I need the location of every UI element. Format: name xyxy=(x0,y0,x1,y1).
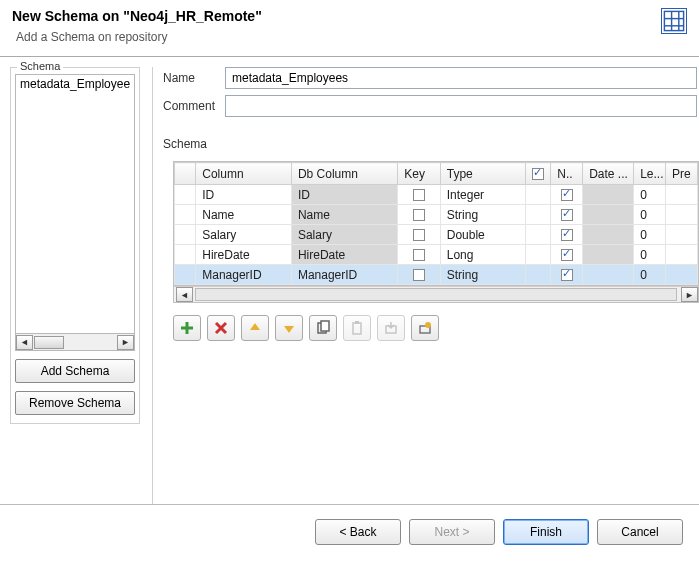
cell-pre[interactable] xyxy=(666,205,698,225)
cell-key[interactable] xyxy=(398,205,441,225)
svg-point-13 xyxy=(425,322,431,328)
cell-pre[interactable] xyxy=(666,185,698,205)
cell-type[interactable]: Integer xyxy=(440,185,525,205)
row-handle[interactable] xyxy=(175,185,196,205)
header-pre[interactable]: Pre xyxy=(666,163,698,185)
comment-input[interactable] xyxy=(225,95,697,117)
schema-list[interactable]: metadata_Employee xyxy=(15,74,135,334)
table-row[interactable]: ManagerIDManagerIDString0 xyxy=(175,265,698,285)
scroll-left-icon[interactable]: ◄ xyxy=(176,287,193,302)
add-schema-button[interactable]: Add Schema xyxy=(15,359,135,383)
checkbox-icon[interactable] xyxy=(413,269,425,281)
cell-n[interactable] xyxy=(551,185,583,205)
cell-type[interactable]: Long xyxy=(440,245,525,265)
cell-n[interactable] xyxy=(551,245,583,265)
cell-key[interactable] xyxy=(398,185,441,205)
paste-button[interactable] xyxy=(343,315,371,341)
header-column[interactable]: Column xyxy=(196,163,292,185)
checkbox-icon[interactable] xyxy=(561,269,573,281)
cell-pre[interactable] xyxy=(666,265,698,285)
scroll-right-icon[interactable]: ► xyxy=(681,287,698,302)
checkbox-icon[interactable] xyxy=(561,229,573,241)
cell-type[interactable]: Double xyxy=(440,225,525,245)
cell-le[interactable]: 0 xyxy=(634,245,666,265)
checkbox-icon[interactable] xyxy=(413,209,425,221)
header-date[interactable]: Date ... xyxy=(583,163,634,185)
row-handle[interactable] xyxy=(175,225,196,245)
cell-column[interactable]: Salary xyxy=(196,225,292,245)
table-row[interactable]: SalarySalaryDouble0 xyxy=(175,225,698,245)
cell-date[interactable] xyxy=(583,245,634,265)
checkbox-icon[interactable] xyxy=(413,189,425,201)
cell-column[interactable]: ID xyxy=(196,185,292,205)
cell-pre[interactable] xyxy=(666,245,698,265)
cell-key[interactable] xyxy=(398,265,441,285)
cell-date[interactable] xyxy=(583,205,634,225)
cell-date[interactable] xyxy=(583,185,634,205)
cell-column[interactable]: ManagerID xyxy=(196,265,292,285)
next-button[interactable]: Next > xyxy=(409,519,495,545)
table-scrollbar[interactable]: ◄ ► xyxy=(173,286,699,303)
cell-type[interactable]: String xyxy=(440,205,525,225)
cell-column[interactable]: Name xyxy=(196,205,292,225)
cancel-button[interactable]: Cancel xyxy=(597,519,683,545)
header-type[interactable]: Type xyxy=(440,163,525,185)
cell-db[interactable]: Name xyxy=(291,205,397,225)
cell-n[interactable] xyxy=(551,225,583,245)
cell-le[interactable]: 0 xyxy=(634,225,666,245)
cell-date[interactable] xyxy=(583,225,634,245)
back-button[interactable]: < Back xyxy=(315,519,401,545)
cell-db[interactable]: HireDate xyxy=(291,245,397,265)
cell-db[interactable]: ManagerID xyxy=(291,265,397,285)
schema-list-legend: Schema xyxy=(17,60,63,72)
move-down-button[interactable] xyxy=(275,315,303,341)
table-row[interactable]: HireDateHireDateLong0 xyxy=(175,245,698,265)
cell-db[interactable]: Salary xyxy=(291,225,397,245)
name-input[interactable] xyxy=(225,67,697,89)
copy-button[interactable] xyxy=(309,315,337,341)
import-button[interactable] xyxy=(377,315,405,341)
table-row[interactable]: NameNameString0 xyxy=(175,205,698,225)
cell-key[interactable] xyxy=(398,245,441,265)
cell-type[interactable]: String xyxy=(440,265,525,285)
add-row-button[interactable] xyxy=(173,315,201,341)
table-row[interactable]: IDIDInteger0 xyxy=(175,185,698,205)
row-handle[interactable] xyxy=(175,245,196,265)
row-handle[interactable] xyxy=(175,265,196,285)
export-button[interactable] xyxy=(411,315,439,341)
cell-n[interactable] xyxy=(551,265,583,285)
cell-date[interactable] xyxy=(583,265,634,285)
header-key[interactable]: Key xyxy=(398,163,441,185)
header-le[interactable]: Le... xyxy=(634,163,666,185)
schema-list-item[interactable]: metadata_Employee xyxy=(16,75,134,93)
cell-db[interactable]: ID xyxy=(291,185,397,205)
cell-le[interactable]: 0 xyxy=(634,205,666,225)
checkbox-icon[interactable] xyxy=(561,189,573,201)
header-n[interactable]: N.. xyxy=(551,163,583,185)
check-icon[interactable] xyxy=(532,168,544,180)
scroll-left-icon[interactable]: ◄ xyxy=(16,335,33,350)
checkbox-icon[interactable] xyxy=(561,209,573,221)
header-checkbox[interactable] xyxy=(525,163,551,185)
cell-le[interactable]: 0 xyxy=(634,265,666,285)
schema-table: Column Db Column Key Type N.. Date ... L… xyxy=(173,161,699,286)
checkbox-icon[interactable] xyxy=(561,249,573,261)
scroll-track[interactable] xyxy=(195,288,677,301)
checkbox-icon[interactable] xyxy=(413,229,425,241)
cell-column[interactable]: HireDate xyxy=(196,245,292,265)
remove-schema-button[interactable]: Remove Schema xyxy=(15,391,135,415)
scroll-thumb[interactable] xyxy=(34,336,64,349)
row-handle[interactable] xyxy=(175,205,196,225)
cell-pre[interactable] xyxy=(666,225,698,245)
checkbox-icon[interactable] xyxy=(413,249,425,261)
schema-list-scrollbar[interactable]: ◄ ► xyxy=(15,334,135,351)
cell-key[interactable] xyxy=(398,225,441,245)
header-db[interactable]: Db Column xyxy=(291,163,397,185)
move-up-button[interactable] xyxy=(241,315,269,341)
schema-toolbar xyxy=(173,315,699,341)
scroll-right-icon[interactable]: ► xyxy=(117,335,134,350)
cell-le[interactable]: 0 xyxy=(634,185,666,205)
delete-row-button[interactable] xyxy=(207,315,235,341)
cell-n[interactable] xyxy=(551,205,583,225)
finish-button[interactable]: Finish xyxy=(503,519,589,545)
